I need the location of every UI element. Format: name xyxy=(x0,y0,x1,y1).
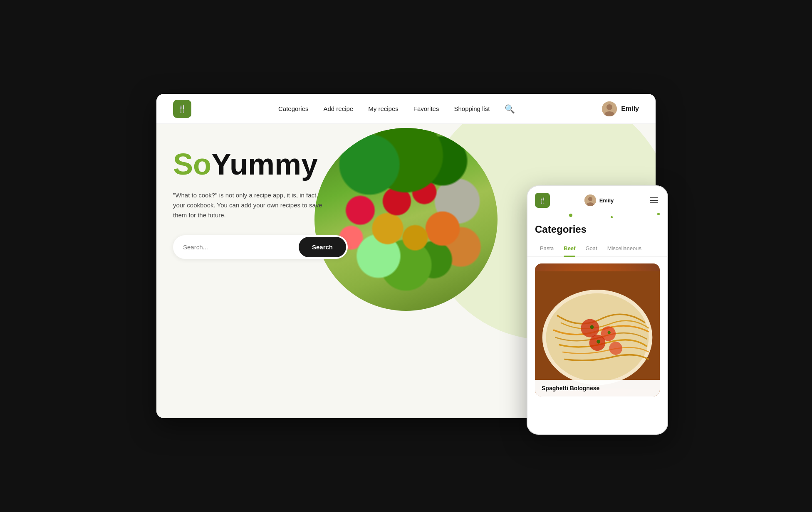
recipe-card[interactable]: Spaghetti Bolognese xyxy=(535,263,660,396)
svg-point-15 xyxy=(597,340,600,344)
tab-goat[interactable]: Goat xyxy=(580,242,602,256)
nav-shopping-list[interactable]: Shopping list xyxy=(454,105,490,112)
hero-content: SoYummy "What to cook?" is not only a re… xyxy=(173,149,348,259)
tab-pasta[interactable]: Pasta xyxy=(535,242,559,256)
mobile-avatar xyxy=(584,194,596,206)
search-button[interactable]: Search xyxy=(299,237,346,257)
svg-point-13 xyxy=(590,325,594,329)
search-bar: Search xyxy=(173,235,348,259)
hero-subtitle: "What to cook?" is not only a recipe app… xyxy=(173,190,331,220)
svg-point-4 xyxy=(588,197,592,201)
brand-title: SoYummy xyxy=(173,149,348,180)
brand-yummy: Yummy xyxy=(211,148,318,181)
dot-3 xyxy=(611,216,613,218)
user-area: Emily xyxy=(602,101,639,116)
logo[interactable]: 🍴 xyxy=(173,100,191,118)
avatar xyxy=(602,101,617,116)
mobile-categories-title: Categories xyxy=(527,220,667,242)
tab-miscellaneous[interactable]: Miscellaneous xyxy=(602,242,646,256)
scene: 🍴 Categories Add recipe My recipes Favor… xyxy=(156,94,656,418)
mobile-user-name: Emily xyxy=(599,197,614,204)
user-name: Emily xyxy=(621,105,639,113)
svg-point-12 xyxy=(609,342,622,355)
nav-my-recipes[interactable]: My recipes xyxy=(368,105,399,112)
mobile-header: 🍴 Emily xyxy=(527,186,667,212)
mobile-logo[interactable]: 🍴 xyxy=(535,193,550,208)
hamburger-menu[interactable] xyxy=(648,196,660,205)
dot-1 xyxy=(569,214,572,217)
search-icon[interactable]: 🔍 xyxy=(505,104,515,114)
recipe-title: Spaghetti Bolognese xyxy=(535,380,660,396)
mobile-tabs: Pasta Beef Goat Miscellaneous xyxy=(527,242,667,257)
mobile-frame: 🍴 Emily xyxy=(527,185,668,435)
dot-2 xyxy=(657,213,660,215)
tab-beef[interactable]: Beef xyxy=(559,242,580,256)
main-nav: Categories Add recipe My recipes Favorit… xyxy=(278,104,515,114)
nav-add-recipe[interactable]: Add recipe xyxy=(324,105,354,112)
mobile-user-area: Emily xyxy=(584,194,614,206)
nav-favorites[interactable]: Favorites xyxy=(413,105,439,112)
header: 🍴 Categories Add recipe My recipes Favor… xyxy=(156,94,656,124)
nav-categories[interactable]: Categories xyxy=(278,105,309,112)
svg-point-14 xyxy=(608,331,611,334)
svg-point-1 xyxy=(607,104,612,110)
mobile-dots xyxy=(527,212,667,220)
svg-point-9 xyxy=(581,319,599,337)
search-input[interactable] xyxy=(173,237,297,257)
brand-so: So xyxy=(173,148,211,181)
recipe-image xyxy=(535,263,660,396)
